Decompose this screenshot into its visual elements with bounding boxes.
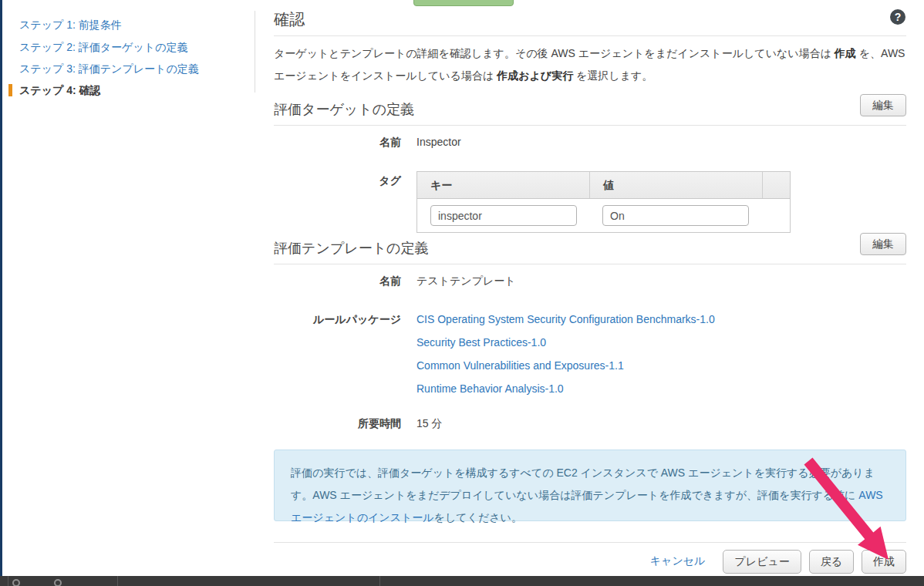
rule-package-link[interactable]: Security Best Practices-1.0 bbox=[416, 336, 546, 349]
edit-template-button[interactable]: 編集 bbox=[860, 233, 906, 255]
create-button[interactable]: 作成 bbox=[862, 550, 906, 574]
target-name-label: 名前 bbox=[274, 136, 401, 150]
tag-value-header: 値 bbox=[590, 172, 763, 198]
tag-value-input[interactable] bbox=[602, 205, 749, 226]
edit-target-button[interactable]: 編集 bbox=[860, 94, 906, 116]
page-description: ターゲットとテンプレートの詳細を確認します。その後 AWS エージェントをまだイ… bbox=[274, 42, 906, 87]
target-name-value: Inspector bbox=[416, 136, 461, 148]
footer-bar-separator bbox=[117, 576, 118, 586]
section-template-title: 評価テンプレートの定義 bbox=[274, 241, 429, 256]
description-text: を選択します。 bbox=[573, 69, 653, 82]
back-button[interactable]: 戻る bbox=[809, 550, 854, 574]
page-title: 確認 bbox=[274, 11, 305, 28]
duration-value: 15 分 bbox=[416, 417, 442, 431]
section-target-header: 評価ターゲットの定義 編集 bbox=[274, 98, 906, 126]
section-target-title: 評価ターゲットの定義 bbox=[274, 102, 414, 117]
sidebar-step-label[interactable]: ステップ 3: 評価テンプレートの定義 bbox=[19, 62, 199, 75]
tags-table-header: キー 値 bbox=[417, 172, 790, 199]
description-bold-create: 作成 bbox=[835, 47, 856, 59]
footer-actions: キャンセル プレビュー 戻る 作成 bbox=[650, 549, 906, 574]
sidebar-step-label[interactable]: ステップ 2: 評価ターゲットの定義 bbox=[19, 41, 187, 53]
tags-table-row bbox=[417, 199, 790, 232]
info-box-text: をしてください。 bbox=[434, 511, 522, 524]
info-box-text: 評価の実行では、評価ターゲットを構成するすべての EC2 インスタンスで AWS… bbox=[291, 466, 875, 501]
footer-globe-icon bbox=[54, 579, 62, 586]
aws-inspector-wizard-confirm-page: ステップ 1: 前提条件 ステップ 2: 評価ターゲットの定義 ステップ 3: … bbox=[0, 0, 924, 586]
sidebar-step-prerequisites[interactable]: ステップ 1: 前提条件 bbox=[19, 19, 122, 32]
sidebar-step-define-template[interactable]: ステップ 3: 評価テンプレートの定義 bbox=[19, 62, 199, 76]
duration-label: 所要時間 bbox=[274, 417, 401, 431]
section-template-header: 評価テンプレートの定義 編集 bbox=[274, 237, 906, 264]
info-box: 評価の実行では、評価ターゲットを構成するすべての EC2 インスタンスで AWS… bbox=[274, 450, 906, 521]
footer-bar-separator bbox=[8, 576, 8, 586]
footer-divider bbox=[274, 542, 906, 543]
page-header: 確認 ? bbox=[274, 9, 906, 36]
footer-bar-separator bbox=[379, 576, 380, 586]
description-bold-create-and-run: 作成および実行 bbox=[497, 69, 573, 82]
main-content: 確認 ? ターゲットとテンプレートの詳細を確認します。その後 AWS エージェン… bbox=[274, 0, 906, 576]
sidebar-divider bbox=[255, 11, 255, 93]
cancel-link[interactable]: キャンセル bbox=[650, 554, 706, 568]
help-icon[interactable]: ? bbox=[890, 9, 905, 25]
active-step-marker bbox=[8, 84, 12, 96]
tags-table: キー 値 bbox=[416, 171, 791, 233]
footer-feedback-icon bbox=[12, 579, 20, 586]
template-name-label: 名前 bbox=[274, 274, 401, 288]
sidebar-step-label: ステップ 4: 確認 bbox=[19, 84, 101, 96]
preview-button[interactable]: プレビュー bbox=[723, 550, 801, 574]
sidebar-step-define-target[interactable]: ステップ 2: 評価ターゲットの定義 bbox=[19, 41, 187, 54]
rule-package-link[interactable]: Runtime Behavior Analysis-1.0 bbox=[416, 382, 564, 395]
partial-green-button[interactable] bbox=[413, 0, 514, 6]
sidebar-step-label[interactable]: ステップ 1: 前提条件 bbox=[19, 19, 122, 31]
tag-key-input[interactable] bbox=[430, 205, 577, 226]
footer-bar bbox=[0, 576, 924, 586]
template-name-value: テストテンプレート bbox=[416, 274, 516, 288]
description-text: ターゲットとテンプレートの詳細を確認します。その後 AWS エージェントをまだイ… bbox=[274, 47, 835, 59]
rule-packages-label: ルールパッケージ bbox=[274, 313, 401, 327]
tag-key-header: キー bbox=[417, 172, 590, 198]
rule-package-link[interactable]: Common Vulnerabilities and Exposures-1.1 bbox=[416, 359, 624, 372]
wizard-steps-sidebar: ステップ 1: 前提条件 ステップ 2: 評価ターゲットの定義 ステップ 3: … bbox=[2, 0, 255, 571]
tag-extra-header bbox=[763, 172, 790, 198]
rule-package-link[interactable]: CIS Operating System Security Configurat… bbox=[416, 313, 715, 325]
target-tags-label: タグ bbox=[274, 174, 401, 188]
sidebar-step-confirm-active[interactable]: ステップ 4: 確認 bbox=[8, 84, 101, 97]
